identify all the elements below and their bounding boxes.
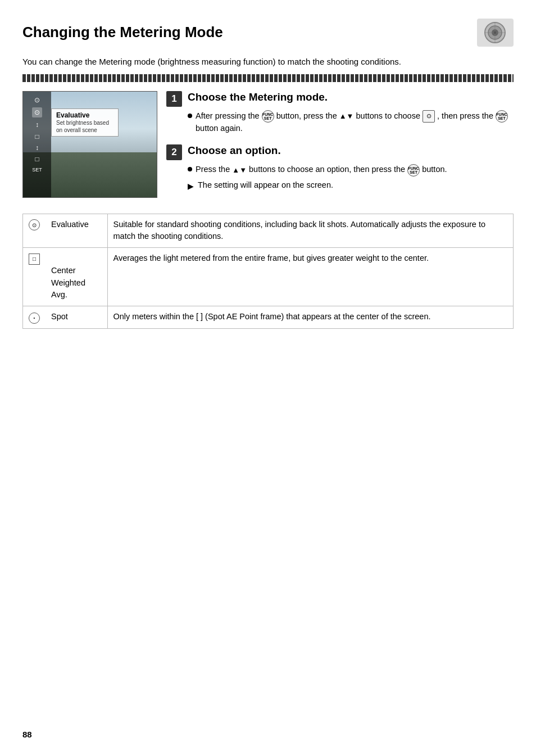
step-2-body: Press the ▲▼ buttons to choose an option… [166,164,514,192]
cam-icon-5: □ [35,155,39,163]
center-icon: □ [29,253,40,265]
step-2-header: 2 Choose an option. [166,144,514,160]
step-1-title: Choose the Metering mode. [188,91,328,103]
options-table: ⊙ Evaluative Suitable for standard shoot… [22,214,514,329]
step-1: 1 Choose the Metering mode. After pressi… [166,91,514,135]
step-2-title: Choose an option. [188,144,281,157]
step-1-bullet-text: After pressing the FUNCSET button, press… [196,110,514,135]
title-icon [474,17,514,48]
spot-name: Spot [51,312,68,321]
func-btn-icon: FUNCSET [262,110,274,123]
title-text: Changing the Metering Mode [22,24,223,41]
table-row-evaluative: ⊙ Evaluative Suitable for standard shoot… [23,214,514,248]
cam-icon-2: ↕ [35,121,39,129]
cam-icon-6: SET [32,167,42,173]
steps-content: 1 Choose the Metering mode. After pressi… [166,91,514,202]
intro-text: You can change the Metering mode (bright… [22,56,514,69]
cam-icon-1: ⊙ [34,96,40,104]
menu-panel: Evaluative Set brightness based on overa… [51,108,119,137]
func-btn-icon-3: FUNCSET [407,164,420,176]
updown-arrows-2: ▲▼ [232,165,247,176]
evaluative-name-cell: Evaluative [46,214,107,248]
table-row-spot: • Spot Only meters within the [ ] (Spot … [23,306,514,329]
camera-screenshot: ⊙ ⊙ ↕ □ ↕ □ SET Evaluative Set brightnes… [22,91,157,198]
spot-name-cell: Spot [46,306,107,329]
spot-icon-cell: • [23,306,46,329]
evaluative-name: Evaluative [51,220,89,229]
step-1-number: 1 [166,91,182,107]
updown-arrows-1: ▲▼ [339,111,354,122]
table-row-center: □ Center Weighted Avg. Averages the ligh… [23,248,514,306]
page-number: 88 [22,730,32,739]
bullet-arrow: ▶ [188,180,194,192]
step-2-bullet-2: ▶ The setting will appear on the screen. [188,179,514,192]
evaluative-desc-cell: Suitable for standard shooting condition… [107,214,514,248]
menu-subtitle: Set brightness based on overall scene [56,119,113,134]
center-name: Center Weighted Avg. [51,266,85,300]
step-2-bullet-text: Press the ▲▼ buttons to choose an option… [196,164,447,176]
spot-icon: • [29,313,40,324]
center-desc-cell: Averages the light metered from the enti… [107,248,514,306]
cam-icon-3: □ [35,133,39,141]
spot-desc-cell: Only meters within the [ ] (Spot AE Poin… [107,306,514,329]
bullet-circle-2 [188,167,192,171]
cam-icon-4: ↕ [35,144,39,152]
center-name-cell: Center Weighted Avg. [46,248,107,306]
step-1-header: 1 Choose the Metering mode. [166,91,514,107]
step-2-bullet-1: Press the ▲▼ buttons to choose an option… [188,164,514,176]
evaluative-icon: ⊙ [29,219,40,230]
step-2-bullet-text-2: The setting will appear on the screen. [198,179,333,192]
bullet-circle-1 [188,114,192,118]
menu-title: Evaluative [56,111,113,119]
page-title: Changing the Metering Mode [22,17,514,48]
steps-section: ⊙ ⊙ ↕ □ ↕ □ SET Evaluative Set brightnes… [22,91,514,202]
center-icon-cell: □ [23,248,46,306]
step-1-body: After pressing the FUNCSET button, press… [166,110,514,135]
func-btn-icon-2: FUNCSET [496,110,508,123]
step-2: 2 Choose an option. Press the ▲▼ buttons… [166,144,514,192]
metering-symbol: ⊙ [423,110,435,123]
step-1-bullet-1: After pressing the FUNCSET button, press… [188,110,514,135]
step-2-number: 2 [166,144,182,160]
stripe-divider [22,74,514,82]
cam-icon-highlighted: ⊙ [32,107,42,117]
evaluative-icon-cell: ⊙ [23,214,46,248]
